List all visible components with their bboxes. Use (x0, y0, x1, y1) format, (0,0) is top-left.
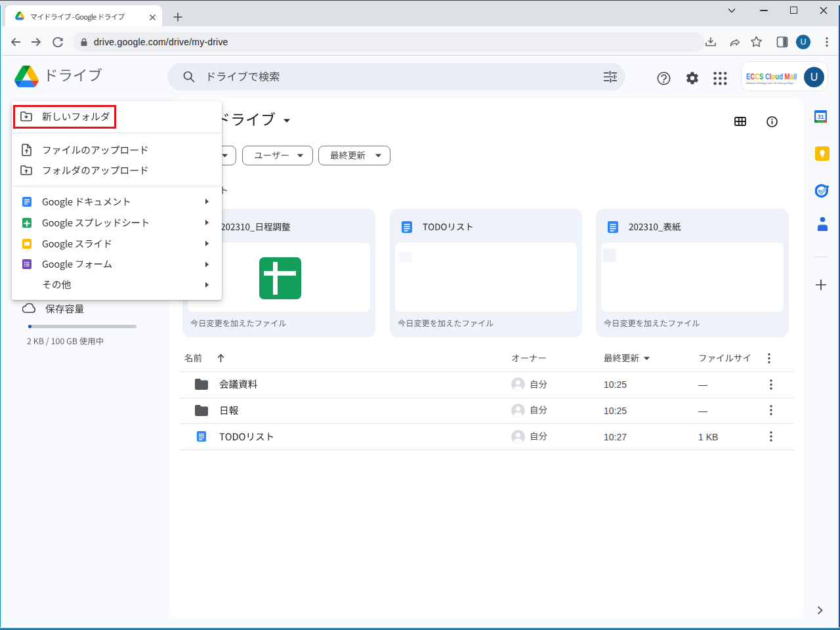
svg-text:31: 31 (818, 114, 824, 120)
